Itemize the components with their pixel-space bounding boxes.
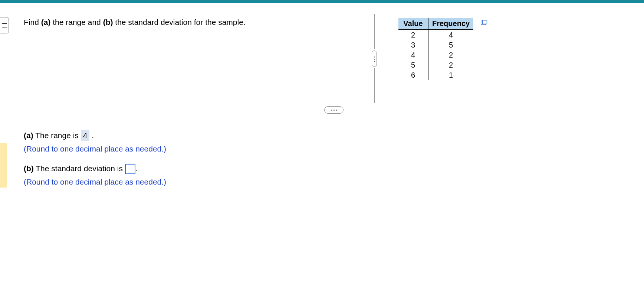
table-cell-value: 3 [398,40,428,50]
answer-b-line: (b) The standard deviation is . [24,163,166,174]
answer-b-text-after: . [135,164,138,173]
table-header-frequency: Frequency [428,18,473,30]
answers-area: (a) The range is 4 . (Round to one decim… [24,130,166,190]
question-part-a-label: (a) [41,18,51,26]
vertical-split-handle[interactable] [372,51,377,67]
horizontal-split [24,106,640,114]
table-row: 4 2 [398,50,473,60]
answer-b-label: (b) [24,164,34,173]
table-row: 3 5 [398,40,473,50]
table-cell-frequency: 2 [428,50,473,60]
top-accent-bar [0,0,644,3]
question-part-b-label: (b) [103,18,113,26]
table-cell-value: 2 [398,30,428,40]
answer-b-input[interactable] [125,164,135,174]
horizontal-divider-line [344,110,640,110]
question-part-b-text: the standard deviation for the sample. [113,18,245,26]
question-prefix: Find [24,18,41,26]
table-cell-frequency: 1 [428,70,473,80]
answer-a-line: (a) The range is 4 . [24,130,166,141]
collapse-left-panel-button[interactable] [0,17,9,33]
svg-rect-1 [483,20,487,24]
table-cell-frequency: 4 [428,30,473,40]
table-row: 6 1 [398,70,473,80]
table-row: 5 2 [398,60,473,70]
popout-table-icon[interactable] [481,20,487,25]
answer-b-text-before: The standard deviation is [34,164,125,173]
table-row: 2 4 [398,30,473,40]
vertical-divider-line [374,14,375,49]
table-cell-value: 6 [398,70,428,80]
answer-a-value: 4 [81,130,90,141]
vertical-divider-line [374,68,375,103]
vertical-split [372,14,377,103]
table-cell-value: 5 [398,60,428,70]
answer-a-note: (Round to one decimal place as needed.) [24,143,166,154]
question-area: Find (a) the range and (b) the standard … [24,10,637,27]
table-cell-value: 4 [398,50,428,60]
table-header-value: Value [398,18,428,30]
answer-a-text-before: The range is [33,131,81,140]
table-cell-frequency: 5 [428,40,473,50]
horizontal-split-handle[interactable] [324,106,344,114]
left-highlight-strip [0,143,7,188]
answer-a-text-after: . [89,131,94,140]
frequency-table: Value Frequency 2 4 3 5 4 2 [398,18,473,80]
answer-b-note: (Round to one decimal place as needed.) [24,176,166,188]
question-prompt: Find (a) the range and (b) the standard … [24,10,343,27]
table-cell-frequency: 2 [428,60,473,70]
question-part-a-text: the range and [50,18,103,26]
horizontal-divider-line [24,110,324,110]
answer-a-label: (a) [24,131,33,140]
